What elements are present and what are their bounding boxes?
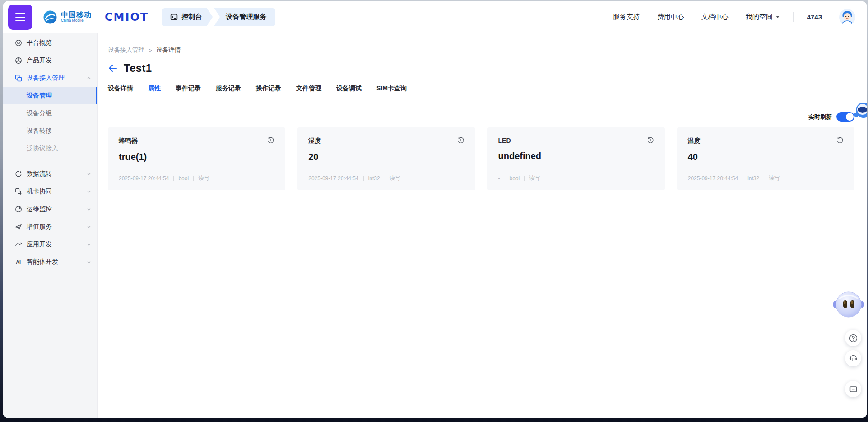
china-mobile-name: 中国移动 China Mobile [61, 11, 92, 23]
breadcrumb: 设备接入管理 > 设备详情 [108, 46, 854, 54]
assistant-robot-peek[interactable] [850, 99, 867, 122]
product-dev-icon [14, 56, 22, 64]
ops-monitor-icon [14, 205, 22, 213]
property-time: 2025-09-17 20:44:54 [308, 175, 358, 182]
property-name: 温度 [688, 137, 701, 145]
property-type: bool [510, 175, 520, 182]
brand-area: 中国移动 China Mobile CMIOT [42, 9, 149, 25]
my-space-label: 我的空间 [746, 13, 773, 21]
chevron-up-icon [87, 75, 91, 82]
ai-agent-icon: AI [14, 258, 22, 266]
history-icon[interactable] [457, 137, 464, 144]
property-meta: 2025-09-17 20:44:54 int32 读写 [308, 174, 464, 182]
brand-divider [98, 11, 98, 23]
service-tab-label: 设备管理服务 [226, 13, 266, 21]
chevron-down-icon [87, 258, 91, 266]
sim-collab-icon [14, 188, 22, 195]
nav-service-support[interactable]: 服务支持 [613, 13, 640, 21]
chevron-down-icon [87, 206, 91, 213]
console-tab[interactable]: 控制台 [162, 8, 213, 26]
property-time: - [498, 175, 500, 182]
console-breadcrumb-tabs: 控制台 设备管理服务 [162, 8, 275, 26]
chevron-down-icon [87, 170, 91, 178]
property-card-buzzer: 蜂鸣器 true(1) 2025-09-17 20:44:54 bool 读写 [108, 127, 285, 190]
property-time: 2025-09-17 20:44:54 [688, 175, 738, 182]
sidebar-item-device-access[interactable]: 设备接入管理 [3, 69, 97, 87]
my-space-menu[interactable]: 我的空间 [746, 13, 780, 21]
feedback-icon [849, 385, 858, 394]
caret-down-icon [776, 16, 780, 18]
chevron-down-icon [87, 188, 91, 195]
property-card-humidity: 湿度 20 2025-09-17 20:44:54 int32 读写 [297, 127, 475, 190]
tab-event-log[interactable]: 事件记录 [176, 84, 201, 98]
property-access: 读写 [390, 174, 400, 182]
platform-overview-icon [14, 39, 22, 47]
hamburger-icon [15, 13, 25, 14]
header-right-nav: 服务支持 费用中心 文档中心 我的空间 4743 [613, 9, 855, 25]
title-row: Test1 [108, 62, 854, 75]
breadcrumb-current: 设备详情 [156, 46, 181, 54]
history-icon[interactable] [267, 137, 274, 144]
value-service-icon [14, 223, 22, 230]
sidebar-item-app-dev[interactable]: 应用开发 [3, 235, 97, 253]
tab-device-detail[interactable]: 设备详情 [108, 84, 133, 98]
balance-value: 4743 [807, 13, 822, 21]
sidebar-item-sim-collab[interactable]: 机卡协同 [3, 183, 97, 200]
property-meta: 2025-09-17 20:44:54 int32 读写 [688, 174, 844, 182]
property-type: int32 [368, 175, 380, 182]
property-cards: 蜂鸣器 true(1) 2025-09-17 20:44:54 bool 读写 [108, 127, 854, 190]
property-value: 20 [308, 152, 464, 162]
property-time: 2025-09-17 20:44:54 [119, 175, 169, 182]
tab-operation-log[interactable]: 操作记录 [256, 84, 281, 98]
assistant-robot-head[interactable] [833, 291, 864, 319]
support-button[interactable] [845, 350, 861, 366]
nav-docs-center[interactable]: 文档中心 [701, 13, 729, 21]
feedback-button[interactable] [845, 381, 861, 397]
help-button[interactable] [845, 330, 861, 346]
left-sidebar: 平台概览 产品开发 设备接入管理 设备管理 [3, 33, 98, 418]
property-name: 蜂鸣器 [119, 137, 138, 145]
property-value: undefined [498, 151, 654, 161]
property-card-led: LED undefined - bool 读写 [487, 127, 665, 190]
property-access: 读写 [529, 174, 540, 182]
sidebar-subitem-device-manage[interactable]: 设备管理 [3, 87, 97, 104]
chevron-down-icon [87, 223, 91, 230]
back-arrow-icon[interactable] [108, 63, 118, 73]
service-tab[interactable]: 设备管理服务 [214, 8, 275, 26]
console-tab-label: 控制台 [181, 13, 202, 21]
tab-properties[interactable]: 属性 [148, 84, 161, 98]
sidebar-item-platform-overview[interactable]: 平台概览 [3, 34, 97, 52]
property-type: int32 [747, 175, 759, 182]
sidebar-item-value-service[interactable]: 增值服务 [3, 218, 97, 235]
breadcrumb-root[interactable]: 设备接入管理 [108, 46, 144, 54]
tab-file-manage[interactable]: 文件管理 [296, 84, 321, 98]
hamburger-menu-button[interactable] [8, 5, 32, 30]
property-access: 读写 [198, 174, 209, 182]
sidebar-subitem-pan-protocol[interactable]: 泛协议接入 [3, 140, 97, 157]
top-header: 中国移动 China Mobile CMIOT 控制台 设备管理服务 服务支持 … [3, 1, 867, 33]
app-window: 中国移动 China Mobile CMIOT 控制台 设备管理服务 服务支持 … [3, 1, 867, 418]
page-title: Test1 [124, 62, 152, 75]
avatar-image [839, 9, 855, 25]
history-icon[interactable] [836, 137, 844, 144]
property-value: true(1) [119, 152, 274, 162]
tab-device-debug[interactable]: 设备调试 [336, 84, 362, 98]
main-content: 设备接入管理 > 设备详情 Test1 设备详情 属性 事件记录 服务记录 操作… [98, 33, 867, 418]
nav-billing-center[interactable]: 费用中心 [657, 13, 684, 21]
sidebar-item-product-dev[interactable]: 产品开发 [3, 52, 97, 69]
property-name: 湿度 [308, 137, 321, 145]
sidebar-subitem-device-group[interactable]: 设备分组 [3, 104, 97, 122]
support-icon [849, 354, 858, 363]
user-avatar[interactable] [839, 9, 855, 25]
history-icon[interactable] [647, 137, 654, 144]
property-access: 读写 [769, 174, 780, 182]
help-icon [849, 334, 858, 342]
sidebar-item-ai-agent[interactable]: AI 智能体开发 [3, 253, 97, 271]
tab-service-log[interactable]: 服务记录 [216, 84, 241, 98]
chevron-down-icon [87, 241, 91, 248]
breadcrumb-separator: > [149, 47, 152, 54]
sidebar-item-data-flow[interactable]: 数据流转 [3, 165, 97, 183]
tab-sim-query[interactable]: SIM卡查询 [376, 84, 407, 98]
sidebar-subitem-device-transfer[interactable]: 设备转移 [3, 122, 97, 140]
sidebar-item-ops-monitor[interactable]: 运维监控 [3, 200, 97, 218]
